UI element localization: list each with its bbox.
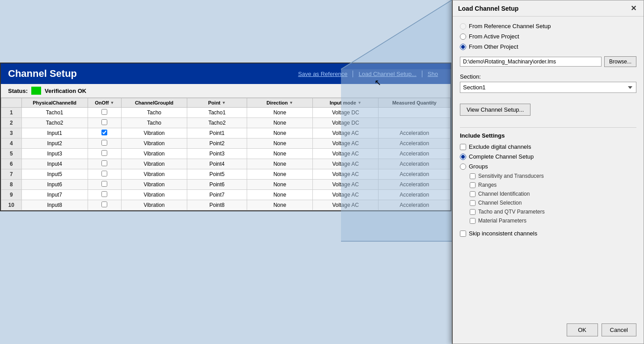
direction-cell: None (247, 138, 312, 149)
on-off-checkbox[interactable] (101, 150, 107, 156)
view-channel-setup-button[interactable]: View Channel Setup... (460, 104, 530, 116)
channel-group-id-cell: Tacho (121, 118, 187, 128)
point-cell: Tacho1 (187, 108, 247, 118)
table-row: 7Input5VibrationPoint5NoneVoltage ACAcce… (1, 169, 450, 180)
input-mode-cell: Voltage AC (313, 190, 379, 200)
radio-active-input[interactable] (460, 34, 466, 40)
ranges-item[interactable]: Ranges (470, 182, 636, 188)
on-off-checkbox[interactable] (101, 140, 107, 146)
ok-button[interactable]: OK (567, 323, 598, 336)
file-path-row: Browse... (460, 56, 636, 67)
channel-identification-item[interactable]: Channel Identification (470, 191, 636, 197)
radio-from-reference[interactable]: From Reference Channel Setup (460, 23, 636, 29)
on-off-checkbox[interactable] (101, 191, 107, 197)
col-measured-quantity[interactable]: Measured Quantity (379, 98, 450, 108)
save-as-reference-link[interactable]: Save as Reference (293, 71, 354, 77)
show-link[interactable]: Sho (422, 71, 443, 77)
on-off-cell[interactable] (88, 128, 121, 138)
status-bar: Status: Verification OK (1, 84, 450, 98)
complete-channel-setup-item[interactable]: Complete Channel Setup (460, 153, 636, 160)
physical-channel-id-cell: Tacho1 (21, 108, 88, 118)
tacho-qtv-item[interactable]: Tacho and QTV Parameters (470, 209, 636, 215)
on-off-checkbox[interactable] (101, 181, 107, 187)
channel-identification-checkbox[interactable] (470, 191, 476, 197)
on-off-checkbox[interactable] (101, 201, 107, 207)
table-row: 3Input1VibrationPoint1NoneVoltage ACAcce… (1, 128, 450, 138)
section-row: Section: Section1 (460, 73, 636, 98)
channel-selection-checkbox[interactable] (470, 200, 476, 206)
status-label: Status: (8, 88, 28, 94)
on-off-cell[interactable] (88, 200, 121, 210)
channel-group-id-cell: Vibration (121, 169, 187, 180)
on-off-cell[interactable] (88, 180, 121, 190)
section-label: Section: (460, 73, 636, 80)
sensitivity-transducers-checkbox[interactable] (470, 173, 476, 179)
sensitivity-transducers-label: Sensitivity and Transducers (478, 173, 544, 179)
radio-reference-label: From Reference Channel Setup (469, 23, 551, 29)
row-num-cell: 4 (1, 138, 22, 149)
on-off-cell[interactable] (88, 159, 121, 169)
on-off-checkbox[interactable] (101, 109, 107, 115)
radio-from-active[interactable]: From Active Project (460, 33, 636, 40)
exclude-digital-channels-checkbox[interactable] (460, 144, 466, 150)
svg-marker-1 (341, 0, 452, 69)
table-row: 4Input2VibrationPoint2NoneVoltage ACAcce… (1, 138, 450, 149)
load-channel-setup-link[interactable]: Load Channel Setup... (353, 71, 422, 77)
svg-line-2 (341, 0, 452, 69)
table-row: 6Input4VibrationPoint4NoneVoltage ACAcce… (1, 159, 450, 169)
tacho-qtv-checkbox[interactable] (470, 209, 476, 215)
on-off-checkbox[interactable] (101, 160, 107, 166)
on-off-cell[interactable] (88, 138, 121, 149)
col-on-off[interactable]: OnOff▼ (88, 98, 121, 108)
physical-channel-id-cell: Input3 (21, 149, 88, 159)
channel-group-id-cell: Vibration (121, 128, 187, 138)
input-mode-cell: Voltage AC (313, 128, 379, 138)
browse-button[interactable]: Browse... (604, 56, 636, 67)
status-text: Verification OK (45, 88, 86, 94)
direction-cell: None (247, 180, 312, 190)
channel-selection-item[interactable]: Channel Selection (470, 200, 636, 206)
cancel-button[interactable]: Cancel (602, 323, 636, 336)
row-num-cell: 7 (1, 169, 22, 180)
on-off-cell[interactable] (88, 169, 121, 180)
material-parameters-label: Material Parameters (478, 218, 526, 224)
measured-quantity-cell: Acceleration (379, 159, 450, 169)
on-off-cell[interactable] (88, 149, 121, 159)
physical-channel-id-cell: Input4 (21, 159, 88, 169)
on-off-cell[interactable] (88, 118, 121, 128)
col-channel-group-id[interactable]: ChannelGroupId (121, 98, 187, 108)
point-cell: Point7 (187, 190, 247, 200)
channel-group-id-cell: Tacho (121, 108, 187, 118)
complete-channel-setup-radio[interactable] (460, 154, 466, 160)
sensitivity-transducers-item[interactable]: Sensitivity and Transducers (470, 173, 636, 179)
col-point[interactable]: Point ▼ (187, 98, 247, 108)
groups-radio[interactable] (460, 164, 466, 170)
measured-quantity-cell: Acceleration (379, 190, 450, 200)
section-divider (460, 127, 636, 128)
col-direction[interactable]: Direction ▼ (247, 98, 312, 108)
groups-item[interactable]: Groups (460, 163, 636, 170)
exclude-digital-channels-item[interactable]: Exclude digital channels (460, 143, 636, 150)
col-physical-channel-id[interactable]: PhysicalChannelId (21, 98, 88, 108)
input-mode-cell: Voltage DC (313, 118, 379, 128)
on-off-checkbox[interactable] (101, 130, 107, 135)
on-off-cell[interactable] (88, 190, 121, 200)
col-input-mode[interactable]: Input mode ▼ (313, 98, 379, 108)
on-off-checkbox[interactable] (101, 171, 107, 176)
section-select[interactable]: Section1 (460, 82, 636, 93)
physical-channel-id-cell: Input5 (21, 169, 88, 180)
dialog-close-button[interactable]: ✕ (629, 4, 638, 13)
radio-reference-input[interactable] (460, 23, 466, 29)
skip-inconsistent-checkbox[interactable] (460, 231, 466, 237)
point-cell: Tacho2 (187, 118, 247, 128)
material-parameters-item[interactable]: Material Parameters (470, 218, 636, 224)
on-off-checkbox[interactable] (101, 119, 107, 125)
file-path-input[interactable] (460, 57, 602, 67)
material-parameters-checkbox[interactable] (470, 218, 476, 224)
on-off-cell[interactable] (88, 108, 121, 118)
row-num-cell: 9 (1, 190, 22, 200)
radio-from-other[interactable]: From Other Project (460, 43, 636, 50)
ranges-checkbox[interactable] (470, 182, 476, 188)
skip-inconsistent-item[interactable]: Skip inconsistent channels (460, 230, 636, 237)
radio-other-input[interactable] (460, 44, 466, 50)
